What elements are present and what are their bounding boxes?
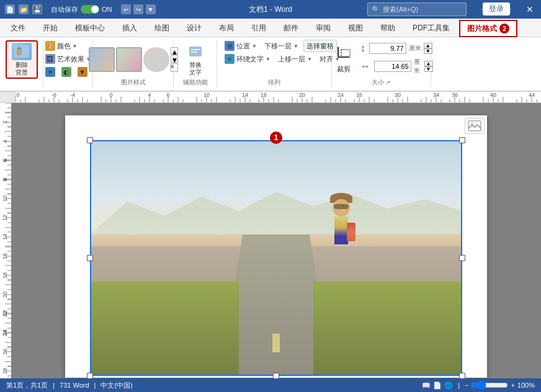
horizontal-ruler: auto generated below xyxy=(16,92,541,103)
ribbon-group-arrange: ⊞ 位置▼ 下移一层▼ 选择窗格 ≡ 环绕文字▼ 上移一层▼ xyxy=(217,40,332,88)
vruler-canvas xyxy=(0,103,11,390)
height-icon: ↕ xyxy=(360,43,365,54)
text-wrap-button[interactable]: ≡ 环绕文字▼ xyxy=(222,53,273,65)
adjust-icon1: ☀ xyxy=(45,67,55,77)
more-icon[interactable]: ▼ xyxy=(146,4,156,14)
height-spin-up[interactable]: ▲ xyxy=(424,43,432,48)
zoom-separator: | xyxy=(458,381,460,389)
assist-group-label: 辅助功能 xyxy=(183,78,208,87)
word-count: 731 Word xyxy=(60,381,89,389)
text-wrap-icon: ≡ xyxy=(225,54,235,64)
ribbon-group-picture-style: ▲ ▼ ≡ 图片样式 xyxy=(93,40,174,88)
zoom-out-icon[interactable]: − xyxy=(465,381,468,389)
save-icon[interactable]: 💾 xyxy=(32,4,42,14)
tab-help[interactable]: 帮助 xyxy=(372,19,403,37)
undo-icon[interactable]: ↩ xyxy=(121,4,131,14)
adjust-btn3[interactable]: ▼ xyxy=(75,66,90,78)
print-view-icon[interactable]: 📄 xyxy=(433,381,442,390)
handle-middle-right[interactable] xyxy=(459,255,465,261)
tab-file[interactable]: 文件 xyxy=(2,19,34,37)
size-group-label: 大小 ↗ xyxy=(372,78,391,87)
language: 中文(中国) xyxy=(101,381,132,390)
zoom-level: 100% xyxy=(517,381,535,389)
tab-pdf[interactable]: PDF工具集 xyxy=(405,19,458,37)
zoom-in-icon[interactable]: + xyxy=(511,381,514,389)
title-bar: 📄 📁 💾 自动保存 ON ↩ ↪ ▼ 文档1 - Word 🔍 搜索(Alt+… xyxy=(0,0,541,19)
style-thumb-3[interactable] xyxy=(143,47,169,72)
annotation-circle-1: 1 xyxy=(270,131,282,144)
send-backward-button[interactable]: 下移一层▼ xyxy=(262,40,301,52)
art-effect-icon: 🖼 xyxy=(45,54,55,64)
document-area[interactable]: 1 xyxy=(11,103,541,390)
file-icon: 📄 xyxy=(5,4,15,14)
svg-rect-3 xyxy=(189,47,202,56)
web-view-icon[interactable]: 🌐 xyxy=(444,381,453,390)
redo-icon[interactable]: ↪ xyxy=(133,4,143,14)
status-bar: 第1页，共1页 | 731 Word | 中文(中国) 📖 📄 🌐 | − + … xyxy=(0,378,541,392)
position-button[interactable]: ⊞ 位置▼ xyxy=(222,40,259,52)
handle-middle-left[interactable] xyxy=(87,255,93,261)
tab-design[interactable]: 设计 xyxy=(179,19,210,37)
separator-2: | xyxy=(94,381,96,389)
adjust-btn2[interactable]: ◐ xyxy=(59,66,74,78)
handle-top-right[interactable] xyxy=(459,137,465,143)
window-controls: ─ □ ✕ xyxy=(474,0,541,19)
style-thumb-2[interactable] xyxy=(116,47,142,72)
ruler-container: auto generated below xyxy=(0,92,541,103)
tab-draw[interactable]: 绘图 xyxy=(146,19,177,37)
height-spin-down[interactable]: ▼ xyxy=(424,48,432,54)
style-thumb-1[interactable] xyxy=(89,47,115,72)
height-spinners[interactable]: ▲ ▼ xyxy=(424,43,432,54)
ribbon-content: 删除背景 🎨 颜色▼ 🖼 艺术效果▼ ☀ ◐ ▼ xyxy=(0,37,541,92)
color-button[interactable]: 🎨 颜色▼ xyxy=(43,40,80,52)
width-input[interactable] xyxy=(374,61,411,72)
width-spinners[interactable]: ▲ ▼ xyxy=(424,61,433,72)
image-container[interactable]: 1 xyxy=(90,140,462,376)
replace-text-button[interactable]: 替换文字 xyxy=(179,40,212,79)
close-button[interactable]: ✕ xyxy=(519,0,541,19)
remove-bg-icon xyxy=(12,43,32,60)
crop-button[interactable]: 裁剪 xyxy=(330,40,358,78)
width-spin-down[interactable]: ▼ xyxy=(424,66,433,72)
width-spin-up[interactable]: ▲ xyxy=(424,61,433,66)
adjust-icon2: ◐ xyxy=(61,67,71,77)
autosave-label: 自动保存 xyxy=(51,5,78,14)
position-icon: ⊞ xyxy=(225,41,235,51)
ruler-corner xyxy=(0,92,16,103)
bring-forward-button[interactable]: 上移一层▼ xyxy=(275,53,315,65)
svg-rect-1 xyxy=(17,49,22,55)
replace-text-icon xyxy=(186,43,205,60)
autosave-toggle[interactable]: 自动保存 ON xyxy=(51,5,112,14)
adjust-btn1[interactable]: ☀ xyxy=(43,66,58,78)
zoom-slider[interactable] xyxy=(471,380,508,390)
autosave-switch[interactable] xyxy=(81,5,99,14)
document-title: 文档1 - Word xyxy=(249,4,292,15)
tab-view[interactable]: 视图 xyxy=(340,19,371,37)
art-effect-button[interactable]: 🖼 艺术效果▼ xyxy=(43,53,94,65)
height-input[interactable] xyxy=(369,43,406,54)
tab-insert[interactable]: 插入 xyxy=(114,19,145,37)
maximize-button[interactable]: □ xyxy=(496,0,519,19)
page-info: 第1页，共1页 xyxy=(6,381,48,390)
remove-background-button[interactable]: 删除背景 xyxy=(6,40,38,79)
ribbon-tabs: 文件 开始 模板中心 插入 绘图 设计 布局 引用 邮件 审阅 视图 帮助 PD… xyxy=(0,19,541,37)
ribbon-group-adjust: 🎨 颜色▼ 🖼 艺术效果▼ ☀ ◐ ▼ xyxy=(43,40,93,88)
color-icon: 🎨 xyxy=(45,41,55,51)
read-view-icon[interactable]: 📖 xyxy=(422,381,431,390)
tab-mailings[interactable]: 邮件 xyxy=(275,19,306,37)
arrange-group-label: 排列 xyxy=(268,78,280,87)
minimize-button[interactable]: ─ xyxy=(474,0,496,19)
handle-top-left[interactable] xyxy=(87,137,93,143)
folder-icon[interactable]: 📁 xyxy=(19,4,29,14)
tab-home[interactable]: 开始 xyxy=(35,19,66,37)
vertical-ruler xyxy=(0,103,11,390)
title-search-box[interactable]: 🔍 搜索(Alt+Q) xyxy=(367,2,467,16)
tab-picture-format[interactable]: 图片格式 2 xyxy=(459,20,517,37)
search-placeholder: 搜索(Alt+Q) xyxy=(383,5,418,14)
img-overlay xyxy=(90,140,462,376)
document-image[interactable] xyxy=(90,140,462,376)
tab-template[interactable]: 模板中心 xyxy=(67,19,113,37)
tab-layout[interactable]: 布局 xyxy=(211,19,242,37)
tab-references[interactable]: 引用 xyxy=(243,19,274,37)
tab-review[interactable]: 审阅 xyxy=(308,19,339,37)
